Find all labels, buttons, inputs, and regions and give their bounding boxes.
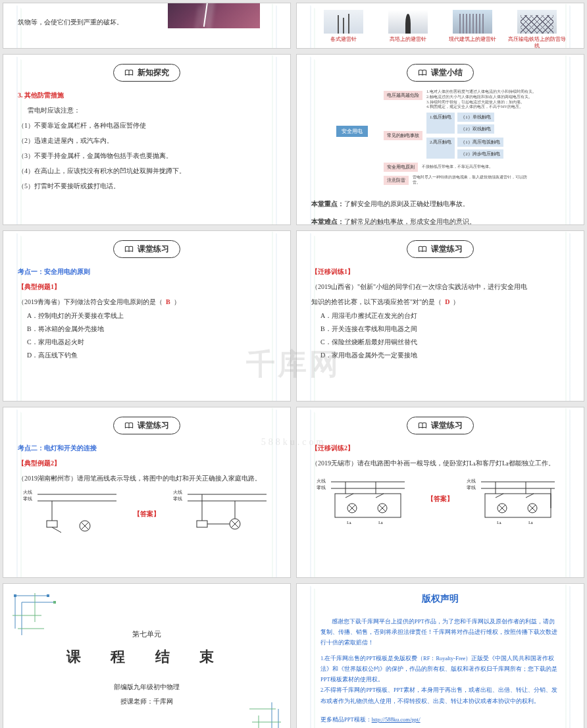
- stem: （2019湖南郴州市）请用笔画线表示导线，将图中的电灯和开关正确接入家庭电路。: [18, 473, 276, 484]
- stem-line1: （2019山西省）"创新"小组的同学们在一次综合实践活动中，进行安全用电: [311, 281, 569, 292]
- mind-map: 电压越高越危险 1.电对人体的伤害程度与通过人体电流的大小和持续时间有关。2.触…: [384, 90, 569, 186]
- header-label: 课堂练习: [138, 420, 169, 431]
- slide-6: 课堂练习 【迁移训练1】 （2019山西省）"创新"小组的同学们在一次综合实践活…: [296, 230, 584, 402]
- option-b: B．开关连接在零线和用电器之间: [320, 325, 569, 334]
- tower-row: 各式避雷针 高塔上的避雷针 现代建筑上的避雷针 高压输电铁塔上的防雷导线: [311, 10, 569, 49]
- section-header: 课堂练习: [113, 417, 180, 434]
- key-point: 本堂重点：了解安全用电的原则及正确处理触电事故。: [311, 198, 569, 209]
- svg-rect-11: [197, 521, 207, 527]
- option-b: B．将冰箱的金属外壳接地: [27, 325, 276, 334]
- slide-1: 筑物等，会使它们受到严重的破坏。: [3, 3, 291, 49]
- corner-deco-icon: [193, 656, 285, 728]
- copyright-footer: 更多精品PPT模板：http://588ku.com/ppt/: [320, 714, 560, 725]
- end-sub2: 授课老师：千库网: [120, 697, 173, 706]
- watermark-sub: 588ku.com: [261, 437, 326, 448]
- slide-2: 各式避雷针 高塔上的避雷针 现代建筑上的避雷针 高压输电铁塔上的防雷导线: [296, 3, 584, 49]
- liti-2: 【典型例题2】: [18, 457, 276, 469]
- tower-caption: 各式避雷针: [314, 36, 373, 43]
- svg-line-20: [345, 494, 353, 498]
- diff-point: 本堂难点：了解常见的触电事故，形成安全用电的意识。: [311, 216, 569, 225]
- mind-root: 安全用电: [336, 126, 368, 137]
- svg-rect-3: [47, 521, 57, 527]
- circuit-answer: 火线零线 L₁ L₂: [469, 474, 561, 524]
- answer-label: 【答案】: [134, 509, 160, 519]
- slide-10: 版权声明 感谢您下载千库网平台上提供的PPT作品，为了您和千库网以及原创作者的利…: [296, 583, 584, 728]
- section-header: 课堂练习: [113, 240, 180, 258]
- header-label: 新知探究: [138, 67, 169, 78]
- slide3-item: （4）在高山上，应该找没有积水的凹坑处双脚并拢蹲下。: [18, 165, 276, 176]
- book-icon: [124, 69, 134, 76]
- unit-label: 第七单元: [132, 629, 161, 639]
- mind-branch-a: 电压越高越危险: [384, 91, 422, 100]
- slide-3: 新知探究 3. 其他防雷措施 雷电时应该注意： （1）不要靠近金属栏杆，各种电器…: [3, 54, 291, 225]
- kaodian-1: 考点一：安全用电的原则: [18, 266, 276, 277]
- section-header: 课堂练习: [407, 240, 474, 258]
- slide3-item: （3）不要手持金属杆，金属饰物包括手表也要抛离。: [18, 150, 276, 161]
- kaodian-2: 考点二：电灯和开关的连接: [18, 442, 276, 454]
- answer-d: D: [445, 298, 449, 305]
- svg-line-24: [376, 494, 384, 498]
- mind-notes: 1.电对人体的伤害程度与通过人体电流的大小和持续时间有关。2.触电流过的大小与人…: [426, 90, 536, 110]
- option-d: D．家用电器金属外壳一定要接地: [320, 351, 569, 360]
- end-sub1: 部编版九年级初中物理: [114, 683, 180, 692]
- slide-7: 课堂练习 考点二：电灯和开关的连接 【典型例题2】 （2019湖南郴州市）请用笔…: [3, 407, 291, 578]
- svg-line-4: [52, 527, 61, 533]
- ppt-url-link[interactable]: http://588ku.com/ppt/: [372, 716, 421, 723]
- option-c: C．保险丝烧断后最好用铜丝替代: [320, 338, 569, 347]
- circuit-question: 火线零线: [26, 489, 118, 539]
- mind-branch-c: 安全用电原则: [384, 163, 418, 172]
- circuit-answer: 火线零线: [176, 489, 268, 539]
- answer-label: 【答案】: [427, 494, 453, 504]
- tower-caption: 高塔上的避雷针: [378, 36, 438, 43]
- tower-image: [517, 10, 557, 34]
- section-header: 课堂练习: [407, 417, 474, 434]
- svg-line-33: [496, 494, 503, 498]
- book-icon: [418, 246, 427, 253]
- tower-caption: 高压输电铁塔上的防雷导线: [507, 36, 567, 49]
- tower-image: [324, 10, 363, 34]
- qianyi-1: 【迁移训练1】: [311, 266, 569, 277]
- slide-9: 第七单元 课 程 结 束 部编版九年级初中物理 授课老师：千库网: [3, 583, 291, 728]
- book-icon: [124, 246, 134, 253]
- slide-4: 课堂小结 安全用电 电压越高越危险 1.电对人体的伤害程度与通过人体电流的大小和…: [296, 54, 584, 225]
- circuit-row: 火线零线 L₁ L₂ 【答案】 火线零线 L₁ L₂: [311, 474, 569, 524]
- copyright-p2: 1.在千库网出售的PPT模板是免版权费（RF：Royalty-Free）正版受《…: [320, 653, 560, 685]
- circuit-question: 火线零线 L₁ L₂: [319, 474, 411, 524]
- mind-branch-d: 注意防雷: [384, 176, 409, 185]
- tower-item: 各式避雷针: [314, 10, 373, 49]
- qianyi-2: 【迁移训练2】: [311, 442, 569, 454]
- svg-line-37: [526, 494, 534, 498]
- slide-5: 课堂练习 考点一：安全用电的原则 【典型例题1】 （2019青海省）下列做法符合…: [3, 230, 291, 402]
- section-header: 课堂小结: [407, 64, 474, 82]
- copyright-p1: 感谢您下载千库网平台上提供的PPT作品，为了您和千库网以及原创作者的利益，请勿复…: [320, 616, 560, 648]
- svg-rect-19: [335, 494, 401, 517]
- slide3-sub: 雷电时应该注意：: [18, 105, 276, 116]
- corner-deco-icon: [9, 589, 101, 681]
- header-label: 课堂小结: [431, 67, 463, 78]
- tower-item: 高塔上的避雷针: [378, 10, 438, 49]
- book-icon: [418, 422, 427, 429]
- section-header: 新知探究: [113, 64, 180, 82]
- book-icon: [418, 69, 427, 76]
- slide3-item: （2）迅速走进屋内，或汽车内。: [18, 135, 276, 146]
- stem-line2: 知识的抢答比赛，以下选项应抢答"对"的是（ D ）: [311, 296, 569, 307]
- answer-b: B: [166, 298, 170, 305]
- copyright-p3: 2.不得将千库网的PPT模板、PPT素材，本身用于再出售，或者出租、出借、转让、…: [320, 685, 560, 706]
- liti-1: 【典型例题1】: [18, 281, 276, 292]
- tower-item: 高压输电铁塔上的防雷导线: [507, 10, 567, 49]
- slide-8: 课堂练习 【迁移训练2】 （2019无锡市）请在电路图中补画一根导线，使卧室灯L…: [296, 407, 584, 578]
- mind-branch-b: 常见的触电事故: [384, 131, 422, 140]
- tower-image: [388, 10, 428, 34]
- option-c: C．家用电器起火时: [27, 338, 276, 347]
- tower-caption: 现代建筑上的避雷针: [443, 36, 502, 43]
- svg-rect-44: [14, 594, 16, 597]
- stem: （2019无锡市）请在电路图中补画一根导线，使卧室灯L₁和客厅灯L₂都能独立工作…: [311, 457, 569, 469]
- circuit-row: 火线零线 【答案】 火线零线: [18, 489, 276, 539]
- option-a: A．控制电灯的开关要接在零线上: [27, 311, 276, 321]
- copyright-block: 版权声明 感谢您下载千库网平台上提供的PPT作品，为了您和千库网以及原创作者的利…: [297, 584, 584, 728]
- header-label: 课堂练习: [138, 244, 169, 255]
- svg-rect-32: [485, 494, 551, 517]
- option-d: D．高压线下钓鱼: [27, 351, 276, 360]
- svg-rect-46: [53, 601, 56, 604]
- svg-rect-45: [47, 594, 49, 597]
